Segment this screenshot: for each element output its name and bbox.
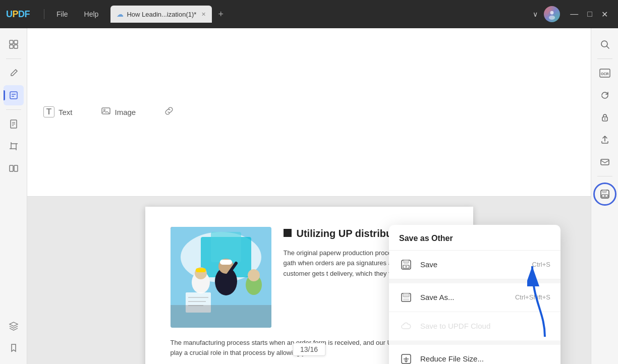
svg-rect-42: [404, 260, 409, 263]
svg-rect-5: [10, 45, 13, 48]
toolbar-link[interactable]: [158, 103, 180, 122]
svg-rect-4: [14, 40, 18, 44]
right-email-btn[interactable]: [595, 152, 615, 172]
sidebar-btn-thumbnails[interactable]: [4, 34, 24, 54]
sidebar-div-2: [6, 109, 21, 110]
right-save-highlighted-btn[interactable]: [593, 183, 616, 206]
sidebar-btn-layers[interactable]: [4, 316, 24, 336]
svg-rect-66: [602, 190, 606, 193]
active-indicator: [4, 90, 5, 100]
sidebar-div-1: [6, 58, 21, 59]
save-as-title: Save as Other: [389, 225, 560, 251]
right-refresh-btn[interactable]: [595, 85, 615, 105]
heading-bullet: [284, 229, 292, 237]
save-as-popup: Save as Other Save Ctrl+S: [389, 225, 560, 365]
tab-close-btn[interactable]: ✕: [201, 11, 206, 18]
toolbar: T Text Image: [27, 28, 591, 197]
save-menu-item-save-as[interactable]: Save As... Ctrl+Shift+S: [389, 283, 560, 312]
content-column: T Text Image: [27, 28, 591, 364]
cloud-icon: [399, 319, 413, 333]
right-div-2: [597, 176, 612, 176]
svg-rect-29: [196, 268, 206, 272]
tab-label: How Leadin...ization(1)*: [127, 11, 196, 18]
save-as-shortcut: Ctrl+Shift+S: [515, 293, 550, 301]
save-shortcut: Ctrl+S: [532, 261, 550, 268]
svg-rect-20: [14, 165, 18, 171]
svg-rect-6: [14, 45, 18, 48]
toolbar-text[interactable]: T Text: [37, 103, 79, 120]
save-menu-item-reduce[interactable]: Reduce File Size...: [389, 345, 560, 365]
save-icon: [399, 258, 413, 272]
link-tool-icon: [164, 106, 174, 118]
tab-cloud-icon: ☁: [117, 10, 124, 18]
svg-point-22: [103, 109, 105, 110]
svg-rect-49: [403, 298, 409, 300]
save-as-icon: [399, 290, 413, 305]
svg-point-58: [601, 41, 607, 47]
window-controls: — □ ✕: [566, 9, 612, 20]
save-menu-item-save[interactable]: Save Ctrl+S: [389, 251, 560, 279]
image-tool-label: Image: [115, 108, 136, 116]
svg-rect-14: [11, 144, 16, 149]
text-tool-label: Text: [59, 108, 73, 116]
svg-rect-64: [601, 159, 609, 165]
reduce-icon: [399, 352, 413, 365]
app-brand: UPDF: [6, 9, 30, 20]
save-as-label: Save As...: [420, 293, 508, 301]
main-layout: T Text Image: [0, 28, 618, 364]
title-separator: [44, 9, 44, 19]
svg-point-35: [248, 269, 260, 281]
svg-rect-32: [220, 260, 232, 265]
tab-area: ☁ How Leadin...ization(1)* ✕ +: [110, 6, 529, 23]
svg-text:OCR: OCR: [601, 72, 609, 76]
text-tool-icon: T: [43, 106, 54, 117]
content-area: Utilizing UP distribution The original p…: [27, 197, 591, 365]
cloud-label: Save to UPDF Cloud: [420, 322, 550, 330]
svg-point-2: [549, 16, 555, 20]
sidebar-btn-pages[interactable]: [4, 114, 24, 134]
page-image: [171, 227, 271, 328]
svg-rect-26: [211, 232, 241, 262]
right-sidebar: OCR: [591, 28, 618, 364]
svg-rect-40: [171, 305, 271, 328]
maximize-btn[interactable]: □: [583, 9, 596, 20]
left-sidebar: [0, 28, 27, 364]
avatar[interactable]: [544, 6, 560, 22]
image-tool-icon: [101, 106, 111, 118]
svg-point-1: [550, 11, 554, 15]
save-group-divider-2: [389, 341, 560, 345]
svg-point-63: [604, 118, 605, 119]
sidebar-btn-crop[interactable]: [4, 136, 24, 156]
close-btn[interactable]: ✕: [597, 9, 612, 20]
svg-rect-3: [10, 40, 13, 44]
svg-point-44: [406, 266, 407, 267]
title-bar: UPDF File Help ☁ How Leadin...ization(1)…: [0, 0, 618, 28]
svg-rect-7: [10, 92, 17, 99]
svg-point-68: [604, 195, 605, 197]
right-share-btn[interactable]: [595, 130, 615, 150]
save-group-divider-1: [389, 279, 560, 283]
toolbar-image[interactable]: Image: [95, 103, 142, 122]
active-tab[interactable]: ☁ How Leadin...ization(1)* ✕: [110, 6, 212, 23]
right-ocr-btn[interactable]: OCR: [595, 63, 615, 83]
save-label: Save: [420, 260, 525, 269]
sidebar-btn-annotate[interactable]: [4, 85, 24, 105]
svg-rect-19: [10, 165, 13, 171]
sidebar-btn-edit[interactable]: [4, 63, 24, 83]
reduce-label: Reduce File Size...: [420, 354, 550, 363]
page-counter: 13/16: [293, 343, 325, 356]
title-right-area: ∨ — □ ✕: [529, 6, 612, 22]
file-menu-btn[interactable]: File: [48, 7, 76, 21]
sidebar-btn-compare[interactable]: [4, 158, 24, 178]
add-tab-btn[interactable]: +: [214, 8, 228, 21]
minimize-btn[interactable]: —: [566, 9, 582, 20]
sidebar-btn-bookmark[interactable]: [4, 338, 24, 358]
more-tabs-btn[interactable]: ∨: [529, 8, 542, 20]
svg-line-59: [607, 46, 609, 48]
right-div-1: [597, 58, 612, 59]
right-search-btn[interactable]: [595, 34, 615, 54]
right-protect-btn[interactable]: [595, 107, 615, 128]
help-menu-btn[interactable]: Help: [76, 7, 107, 21]
save-menu-item-cloud: Save to UPDF Cloud: [389, 312, 560, 341]
